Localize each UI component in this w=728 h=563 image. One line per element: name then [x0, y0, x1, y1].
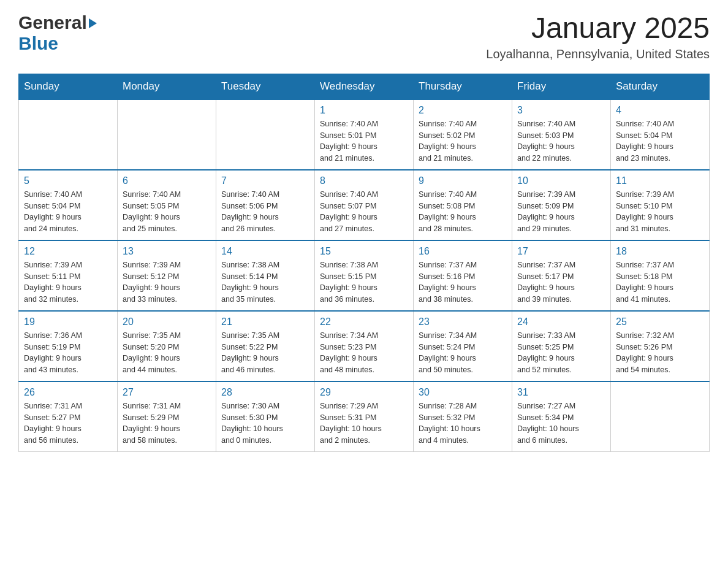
calendar-week-4: 19Sunrise: 7:36 AM Sunset: 5:19 PM Dayli… — [19, 311, 710, 381]
day-info: Sunrise: 7:40 AM Sunset: 5:02 PM Dayligh… — [419, 118, 507, 164]
calendar-week-2: 5Sunrise: 7:40 AM Sunset: 5:04 PM Daylig… — [19, 170, 710, 240]
day-info: Sunrise: 7:34 AM Sunset: 5:24 PM Dayligh… — [419, 330, 507, 376]
day-number: 29 — [320, 387, 408, 398]
day-number: 10 — [517, 175, 605, 186]
day-info: Sunrise: 7:38 AM Sunset: 5:15 PM Dayligh… — [320, 259, 408, 305]
calendar-cell: 25Sunrise: 7:32 AM Sunset: 5:26 PM Dayli… — [611, 311, 710, 381]
day-info: Sunrise: 7:28 AM Sunset: 5:32 PM Dayligh… — [419, 400, 507, 446]
day-info: Sunrise: 7:32 AM Sunset: 5:26 PM Dayligh… — [616, 330, 704, 376]
calendar-week-1: 1Sunrise: 7:40 AM Sunset: 5:01 PM Daylig… — [19, 99, 710, 170]
calendar-cell: 1Sunrise: 7:40 AM Sunset: 5:01 PM Daylig… — [315, 99, 414, 170]
day-number: 18 — [616, 246, 704, 257]
day-number: 3 — [517, 105, 605, 116]
calendar-cell: 7Sunrise: 7:40 AM Sunset: 5:06 PM Daylig… — [216, 170, 315, 240]
calendar-cell — [611, 381, 710, 452]
day-number: 9 — [419, 175, 507, 186]
day-info: Sunrise: 7:37 AM Sunset: 5:17 PM Dayligh… — [517, 259, 605, 305]
day-info: Sunrise: 7:39 AM Sunset: 5:09 PM Dayligh… — [517, 189, 605, 235]
day-number: 2 — [419, 105, 507, 116]
day-info: Sunrise: 7:40 AM Sunset: 5:01 PM Dayligh… — [320, 118, 408, 164]
calendar-cell: 20Sunrise: 7:35 AM Sunset: 5:20 PM Dayli… — [118, 311, 216, 381]
month-title: January 2025 — [486, 12, 710, 45]
day-number: 26 — [24, 387, 112, 398]
day-number: 17 — [517, 246, 605, 257]
calendar-cell — [216, 99, 315, 170]
calendar-cell: 3Sunrise: 7:40 AM Sunset: 5:03 PM Daylig… — [512, 99, 611, 170]
day-number: 6 — [123, 175, 211, 186]
calendar-cell: 12Sunrise: 7:39 AM Sunset: 5:11 PM Dayli… — [19, 240, 118, 311]
day-info: Sunrise: 7:40 AM Sunset: 5:03 PM Dayligh… — [517, 118, 605, 164]
day-info: Sunrise: 7:39 AM Sunset: 5:11 PM Dayligh… — [24, 259, 112, 305]
day-number: 8 — [320, 175, 408, 186]
day-info: Sunrise: 7:30 AM Sunset: 5:30 PM Dayligh… — [221, 400, 309, 446]
calendar-cell: 17Sunrise: 7:37 AM Sunset: 5:17 PM Dayli… — [512, 240, 611, 311]
day-info: Sunrise: 7:40 AM Sunset: 5:04 PM Dayligh… — [616, 118, 704, 164]
calendar-cell: 16Sunrise: 7:37 AM Sunset: 5:16 PM Dayli… — [414, 240, 512, 311]
calendar-cell: 11Sunrise: 7:39 AM Sunset: 5:10 PM Dayli… — [611, 170, 710, 240]
calendar-cell: 28Sunrise: 7:30 AM Sunset: 5:30 PM Dayli… — [216, 381, 315, 452]
day-info: Sunrise: 7:40 AM Sunset: 5:07 PM Dayligh… — [320, 189, 408, 235]
logo: General Blue — [18, 12, 97, 54]
day-number: 13 — [123, 246, 211, 257]
calendar-cell: 14Sunrise: 7:38 AM Sunset: 5:14 PM Dayli… — [216, 240, 315, 311]
day-number: 15 — [320, 246, 408, 257]
day-info: Sunrise: 7:35 AM Sunset: 5:20 PM Dayligh… — [123, 330, 211, 376]
calendar-cell — [118, 99, 216, 170]
calendar-cell: 27Sunrise: 7:31 AM Sunset: 5:29 PM Dayli… — [118, 381, 216, 452]
weekday-header-row: SundayMondayTuesdayWednesdayThursdayFrid… — [19, 74, 710, 99]
day-number: 5 — [24, 175, 112, 186]
calendar-cell: 21Sunrise: 7:35 AM Sunset: 5:22 PM Dayli… — [216, 311, 315, 381]
weekday-header-wednesday: Wednesday — [315, 74, 414, 99]
weekday-header-friday: Friday — [512, 74, 611, 99]
day-number: 27 — [123, 387, 211, 398]
day-number: 24 — [517, 316, 605, 327]
calendar-cell: 30Sunrise: 7:28 AM Sunset: 5:32 PM Dayli… — [414, 381, 512, 452]
calendar-cell: 13Sunrise: 7:39 AM Sunset: 5:12 PM Dayli… — [118, 240, 216, 311]
logo-general-text: General — [18, 12, 87, 33]
day-info: Sunrise: 7:37 AM Sunset: 5:16 PM Dayligh… — [419, 259, 507, 305]
day-number: 25 — [616, 316, 704, 327]
day-info: Sunrise: 7:35 AM Sunset: 5:22 PM Dayligh… — [221, 330, 309, 376]
calendar-cell: 22Sunrise: 7:34 AM Sunset: 5:23 PM Dayli… — [315, 311, 414, 381]
calendar-cell: 31Sunrise: 7:27 AM Sunset: 5:34 PM Dayli… — [512, 381, 611, 452]
calendar-cell: 6Sunrise: 7:40 AM Sunset: 5:05 PM Daylig… — [118, 170, 216, 240]
calendar-week-5: 26Sunrise: 7:31 AM Sunset: 5:27 PM Dayli… — [19, 381, 710, 452]
day-info: Sunrise: 7:29 AM Sunset: 5:31 PM Dayligh… — [320, 400, 408, 446]
weekday-header-saturday: Saturday — [611, 74, 710, 99]
day-info: Sunrise: 7:34 AM Sunset: 5:23 PM Dayligh… — [320, 330, 408, 376]
day-number: 23 — [419, 316, 507, 327]
day-info: Sunrise: 7:27 AM Sunset: 5:34 PM Dayligh… — [517, 400, 605, 446]
day-number: 4 — [616, 105, 704, 116]
calendar-cell — [19, 99, 118, 170]
day-number: 30 — [419, 387, 507, 398]
day-info: Sunrise: 7:31 AM Sunset: 5:29 PM Dayligh… — [123, 400, 211, 446]
calendar-cell: 19Sunrise: 7:36 AM Sunset: 5:19 PM Dayli… — [19, 311, 118, 381]
day-number: 31 — [517, 387, 605, 398]
day-info: Sunrise: 7:40 AM Sunset: 5:06 PM Dayligh… — [221, 189, 309, 235]
day-info: Sunrise: 7:40 AM Sunset: 5:05 PM Dayligh… — [123, 189, 211, 235]
day-info: Sunrise: 7:40 AM Sunset: 5:08 PM Dayligh… — [419, 189, 507, 235]
calendar-cell: 5Sunrise: 7:40 AM Sunset: 5:04 PM Daylig… — [19, 170, 118, 240]
day-number: 20 — [123, 316, 211, 327]
day-info: Sunrise: 7:33 AM Sunset: 5:25 PM Dayligh… — [517, 330, 605, 376]
day-info: Sunrise: 7:38 AM Sunset: 5:14 PM Dayligh… — [221, 259, 309, 305]
day-info: Sunrise: 7:31 AM Sunset: 5:27 PM Dayligh… — [24, 400, 112, 446]
weekday-header-thursday: Thursday — [414, 74, 512, 99]
day-info: Sunrise: 7:40 AM Sunset: 5:04 PM Dayligh… — [24, 189, 112, 235]
day-info: Sunrise: 7:37 AM Sunset: 5:18 PM Dayligh… — [616, 259, 704, 305]
day-number: 12 — [24, 246, 112, 257]
weekday-header-sunday: Sunday — [19, 74, 118, 99]
calendar-cell: 10Sunrise: 7:39 AM Sunset: 5:09 PM Dayli… — [512, 170, 611, 240]
calendar-cell: 18Sunrise: 7:37 AM Sunset: 5:18 PM Dayli… — [611, 240, 710, 311]
calendar-cell: 4Sunrise: 7:40 AM Sunset: 5:04 PM Daylig… — [611, 99, 710, 170]
calendar-cell: 15Sunrise: 7:38 AM Sunset: 5:15 PM Dayli… — [315, 240, 414, 311]
calendar-cell: 26Sunrise: 7:31 AM Sunset: 5:27 PM Dayli… — [19, 381, 118, 452]
day-info: Sunrise: 7:39 AM Sunset: 5:12 PM Dayligh… — [123, 259, 211, 305]
day-number: 11 — [616, 175, 704, 186]
title-block: January 2025 Loyalhanna, Pennsylvania, U… — [486, 12, 710, 61]
calendar-table: SundayMondayTuesdayWednesdayThursdayFrid… — [18, 74, 710, 452]
day-number: 16 — [419, 246, 507, 257]
day-info: Sunrise: 7:39 AM Sunset: 5:10 PM Dayligh… — [616, 189, 704, 235]
page-header: General Blue January 2025 Loyalhanna, Pe… — [18, 12, 710, 61]
calendar-cell: 2Sunrise: 7:40 AM Sunset: 5:02 PM Daylig… — [414, 99, 512, 170]
